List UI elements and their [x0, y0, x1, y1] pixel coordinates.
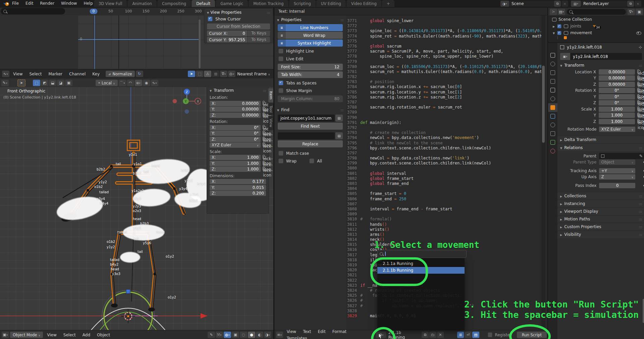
panel-collapse-icon[interactable]	[560, 145, 564, 150]
properties-tab-modifiers[interactable]	[548, 112, 557, 121]
menu-view[interactable]: View	[44, 332, 60, 338]
panel-viewport-display[interactable]: Viewport Display	[557, 207, 644, 215]
shading-rendered-icon[interactable]: ◑∨	[264, 332, 271, 338]
normalize-button[interactable]: ⊿Normalize	[106, 71, 135, 77]
graph-editor-filter-input[interactable]	[1, 8, 65, 14]
graph-editor-channel-region[interactable]	[0, 15, 78, 69]
up-axis-dropdown[interactable]: Z	[599, 174, 635, 180]
scale-z-field[interactable]: Z:1.000	[210, 166, 261, 172]
scene-copy-icon[interactable]: ⧉	[554, 1, 561, 7]
line-numbers-toggle[interactable]: ≣Line Numbers	[278, 24, 343, 31]
panel-collapse-icon[interactable]	[560, 63, 564, 68]
outliner-row-joints[interactable]: joints 34	[548, 23, 644, 29]
panel-grip-icon[interactable]	[340, 108, 343, 112]
word-wrap-toggle-icon[interactable]: ⏎	[465, 332, 472, 338]
outliner-row-scene-collection[interactable]: Scene Collection	[548, 16, 644, 23]
properties-tab-object[interactable]	[548, 103, 557, 112]
replace-input[interactable]	[278, 132, 335, 139]
ghost-curves-icon[interactable]: ▦	[212, 71, 219, 77]
y-row[interactable]: Y0.00000lock-iconanimate-dot	[557, 75, 644, 81]
menu-templates[interactable]: Templates	[283, 335, 311, 339]
graph-scrollbar[interactable]	[199, 19, 201, 68]
panel-collapse-icon[interactable]	[210, 88, 214, 93]
proportional-edit-icon[interactable]: ◉	[143, 80, 150, 86]
rotation-mode-dropdown[interactable]: XYZ Euler	[210, 142, 261, 148]
shading-solid-icon[interactable]: ●	[248, 332, 255, 338]
scene-browse-icon[interactable]: ◑∨	[500, 1, 509, 7]
menu-file[interactable]: File	[9, 0, 22, 7]
panel-custom-properties[interactable]: Custom Properties	[557, 223, 644, 230]
eyedropper-icon[interactable]: ✎	[208, 332, 215, 338]
outliner-search-input[interactable]	[567, 9, 626, 15]
select-mode-extend-icon[interactable]: ◩	[41, 80, 48, 86]
find-input[interactable]: joint.copper.y1o1.sacrum	[278, 115, 335, 122]
find-paste-icon[interactable]: ▤	[335, 115, 343, 122]
menu-key[interactable]: Key	[89, 71, 103, 77]
properties-tab-physics[interactable]	[548, 121, 557, 129]
workspace-tab-default[interactable]: Default	[192, 0, 215, 7]
panel-grip-icon[interactable]	[639, 63, 642, 68]
menu-text[interactable]: Text	[300, 328, 314, 335]
scale-x-row[interactable]: Scale X1.000lock-iconanimate-dot	[557, 106, 644, 112]
properties-tab-constraints[interactable]	[548, 129, 557, 138]
y-field[interactable]: 1.000	[599, 113, 635, 118]
rotation-z-field[interactable]: Z:0°	[210, 137, 261, 142]
show-cursor-checkbox[interactable]	[208, 16, 213, 21]
sidebar-tab-view[interactable]: View	[268, 116, 273, 130]
rotation-mode-row[interactable]: Rotation Mode XYZ Euler	[557, 127, 644, 133]
font-size-field[interactable]: Font Size:12	[278, 64, 343, 70]
properties-tab-render[interactable]	[548, 60, 557, 68]
properties-scrollbar[interactable]	[643, 299, 644, 323]
sidebar-tab-tool[interactable]: Tool	[268, 103, 273, 115]
visibility-eye-icon[interactable]	[636, 31, 641, 35]
location-x-field[interactable]: 0.00000	[599, 69, 635, 75]
orientation-dropdown[interactable]: ⌖Local	[96, 80, 118, 86]
rotation-y-field[interactable]: Y:0°	[210, 131, 261, 136]
open-text-icon[interactable]: 🗀	[429, 332, 436, 338]
rotation-mode-dropdown[interactable]: XYZ Euler	[599, 127, 635, 132]
word-wrap-toggle[interactable]: ≣Word Wrap	[278, 32, 343, 39]
shading-wireframe-icon[interactable]: ◌	[240, 332, 247, 338]
rotation-x-row[interactable]: Rotation X0°lock-iconanimate-dot	[557, 88, 644, 94]
workspace-tab-motion-tracking[interactable]: Motion Tracking	[249, 0, 288, 7]
fcurve-line[interactable]	[78, 39, 199, 40]
parent-field[interactable]: ✎	[599, 153, 644, 159]
pivot-icon[interactable]: ◎∨	[228, 71, 235, 77]
replace-paste-icon[interactable]: ▤	[335, 132, 343, 139]
panel-grip-icon[interactable]	[267, 10, 270, 15]
unlink-text-icon[interactable]: ✕	[437, 332, 444, 338]
frame-tick-0[interactable]: 0	[90, 9, 98, 14]
editor-type-icon[interactable]: ≡∨	[276, 332, 283, 338]
find-next-button[interactable]: Find Next	[278, 123, 343, 130]
syntax-highlight-toggle[interactable]: ≣Syntax Highlight	[278, 40, 343, 47]
highlight-line-row[interactable]: Highlight Line	[274, 47, 346, 55]
render-layer-delete-icon[interactable]: ✕	[635, 1, 641, 7]
line-numbers-toggle-icon[interactable]: ≣	[457, 332, 464, 338]
menu-edit[interactable]: Edit	[314, 328, 329, 335]
outliner-row-movement[interactable]: movement	[548, 29, 644, 36]
render-layer-field[interactable]: RenderLayer	[581, 1, 630, 7]
annotation-icon[interactable]: ✎∨	[1, 80, 9, 86]
movement-search-input[interactable]	[377, 250, 467, 258]
scale-x-field[interactable]: X:1.000	[210, 155, 261, 160]
location-x-row[interactable]: Location X0.00000lock-iconanimate-dot	[557, 69, 644, 75]
z-row[interactable]: Z0.00000lock-iconanimate-dot	[557, 81, 644, 87]
tracking-axis-row[interactable]: Tracking Axis +Y	[557, 168, 644, 174]
menu-view[interactable]: View	[283, 328, 300, 335]
z-field[interactable]: 0.00000	[599, 82, 635, 87]
scale-y-field[interactable]: Y:1.000	[210, 161, 261, 166]
z-row[interactable]: Z0°lock-iconanimate-dot	[557, 100, 644, 106]
all-checkbox[interactable]	[309, 158, 314, 163]
z-field[interactable]: 0°	[599, 100, 635, 106]
sidebar-tab-item[interactable]: Item	[268, 88, 273, 102]
show-margin-row[interactable]: Show Margin	[274, 87, 346, 94]
filter-icon[interactable]: ∇∨	[220, 71, 227, 77]
scene-delete-icon[interactable]: ✕	[561, 1, 568, 7]
select-mode-intersect-icon[interactable]: ▣	[65, 80, 72, 86]
panel-motion-paths[interactable]: Motion Paths	[557, 215, 644, 223]
eyedropper-icon[interactable]: ✎	[639, 154, 643, 158]
workspace-tab-video-editing[interactable]: Video Editing	[346, 0, 381, 7]
pass-index-field[interactable]: 0	[599, 183, 635, 188]
panel-grip-icon[interactable]	[263, 88, 266, 93]
select-cursor-icon[interactable]: ➤	[188, 71, 195, 77]
